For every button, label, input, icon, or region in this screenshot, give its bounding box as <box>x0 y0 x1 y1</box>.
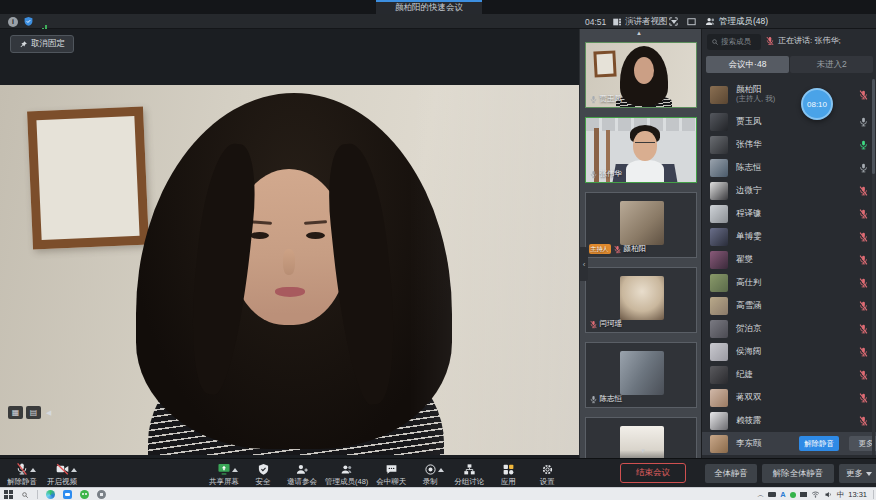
video-thumbnail[interactable]: 闫珂瑶 <box>585 267 697 333</box>
mic-icon <box>858 300 869 311</box>
toolbar-label: 开启视频 <box>47 477 77 487</box>
end-meeting-button[interactable]: 结束会议 <box>620 463 686 483</box>
start-button[interactable] <box>4 490 13 499</box>
mic-icon <box>858 116 869 127</box>
video-thumbnail[interactable]: 主持人颜柏阳 <box>585 192 697 258</box>
meeting-app-icon[interactable] <box>63 490 72 499</box>
toolbar-camera-off-button[interactable]: 开启视频 <box>46 460 78 487</box>
toolbar-shield-button[interactable]: 安全 <box>247 460 279 487</box>
mute-all-button[interactable]: 全体静音 <box>705 464 757 483</box>
member-row[interactable]: 颜柏阳(主持人, 我) <box>702 79 876 110</box>
chat-app-icon[interactable] <box>80 490 89 499</box>
toolbar-label: 设置 <box>540 477 555 487</box>
video-thumbnail[interactable]: 张伟华 <box>585 117 697 183</box>
tray-green-icon[interactable] <box>790 492 796 498</box>
layout-grid-icon[interactable]: ▦ <box>8 406 23 419</box>
member-row[interactable]: 侯海阔 <box>702 340 876 363</box>
member-row[interactable]: 贾玉凤 <box>702 110 876 133</box>
mic-icon <box>858 323 869 334</box>
layout-icon[interactable]: ▤ <box>26 406 41 419</box>
member-row[interactable]: 程译镰 <box>702 202 876 225</box>
member-row[interactable]: 高雪涵 <box>702 294 876 317</box>
thumbnail-strip: ▲ ▼ ‹ 贾玉凤张伟华主持人颜柏阳闫珂瑶陈志恒边微宁 <box>579 29 701 458</box>
member-name: 赖筱露 <box>736 416 762 426</box>
more-button[interactable]: 更多 <box>839 464 876 483</box>
bottom-toolbar: 解除静音开启视频 共享屏幕安全邀请参会管理成员(48)会中聊天录制分组讨论应用设… <box>0 458 876 487</box>
member-row[interactable]: 蒋双双 <box>702 386 876 409</box>
member-row[interactable]: 贺泊京 <box>702 317 876 340</box>
pinned-video[interactable]: ▦ ▤ ◀ <box>0 85 579 455</box>
toolbar-invite-button[interactable]: 邀请参会 <box>286 460 318 487</box>
tray-expand-icon[interactable]: ︿ <box>757 490 764 500</box>
scroll-up-icon[interactable]: ▲ <box>636 30 642 36</box>
tray-dark-icon[interactable] <box>800 492 807 497</box>
member-name: 侯海阔 <box>736 347 762 357</box>
unpin-button[interactable]: 取消固定 <box>10 35 74 53</box>
chevron-up-icon[interactable] <box>30 468 36 472</box>
toolbar-settings-button[interactable]: 设置 <box>531 460 563 487</box>
member-row[interactable]: 赖筱露 <box>702 409 876 432</box>
chevron-down-icon <box>866 472 872 476</box>
security-shield-icon[interactable] <box>23 16 34 27</box>
mic-icon <box>858 254 869 265</box>
member-row[interactable]: 高仕判 <box>702 271 876 294</box>
panel-tab-1[interactable]: 未进入2 <box>790 56 873 73</box>
window-mode-button[interactable] <box>686 16 697 27</box>
search-input[interactable]: 搜索成员 <box>707 34 761 50</box>
member-name: 单博雯 <box>736 232 762 242</box>
scroll-down-icon[interactable]: ▼ <box>640 448 646 454</box>
manage-members-header[interactable]: 管理成员(48) <box>705 15 768 28</box>
member-row[interactable]: 纪婕 <box>702 363 876 386</box>
toolbar-screen-share-button[interactable]: 共享屏幕 <box>208 460 240 487</box>
collapse-strip-handle[interactable]: ‹ <box>580 247 588 281</box>
member-row[interactable]: 边微宁 <box>702 179 876 202</box>
chevron-up-icon[interactable] <box>71 468 77 472</box>
toolbar-members-button[interactable]: 管理成员(48) <box>325 460 368 487</box>
taskbar-clock[interactable]: 13:31 <box>848 490 867 499</box>
toolbar-label: 解除静音 <box>7 477 37 487</box>
member-row[interactable]: 翟燮 <box>702 248 876 271</box>
floating-timer-bubble[interactable]: 08:10 <box>801 88 833 120</box>
record-icon <box>424 461 437 476</box>
speaker-icon[interactable] <box>824 490 833 499</box>
unmute-all-button[interactable]: 解除全体静音 <box>762 464 834 483</box>
chevron-up-icon[interactable] <box>438 468 444 472</box>
prev-page-arrow-icon[interactable]: ◀ <box>46 409 51 417</box>
toolbar-record-button[interactable]: 录制 <box>414 460 446 487</box>
tray-app-a-icon[interactable]: A <box>780 490 785 499</box>
taskbar-search-icon[interactable] <box>21 491 29 499</box>
view-mode-button[interactable]: 演讲者视图 <box>612 15 677 28</box>
host-badge: 主持人 <box>589 244 611 254</box>
meeting-timer: 04:51 <box>585 17 606 27</box>
panel-tab-0[interactable]: 会议中·48 <box>706 56 789 73</box>
ime-indicator[interactable]: 中 <box>837 490 845 500</box>
show-desktop-button[interactable] <box>873 490 874 499</box>
toolbar-chat-button[interactable]: 会中聊天 <box>375 460 407 487</box>
mic-icon <box>858 415 869 426</box>
breakout-icon <box>463 461 476 476</box>
member-row[interactable]: 张伟华 <box>702 133 876 156</box>
video-overlay-controls[interactable]: ▦ ▤ ◀ <box>8 406 51 419</box>
network-signal-icon[interactable] <box>39 17 48 27</box>
settings-app-icon[interactable] <box>97 490 106 499</box>
video-thumbnail[interactable]: 贾玉凤 <box>585 42 697 108</box>
toolbar-breakout-button[interactable]: 分组讨论 <box>453 460 485 487</box>
toolbar-apps-button[interactable]: 应用 <box>492 460 524 487</box>
wifi-icon[interactable] <box>811 490 820 499</box>
battery-icon[interactable] <box>768 492 776 497</box>
mic-icon <box>589 95 598 104</box>
browser-app-icon[interactable] <box>46 490 55 499</box>
thumbnail-label: 主持人颜柏阳 <box>589 244 647 254</box>
chevron-up-icon[interactable] <box>232 468 238 472</box>
member-row[interactable]: 陈志恒 <box>702 156 876 179</box>
meeting-app-window: 颜柏阳的快速会议 i 04:51 演讲者视图 管理成员(48) 取消固定 <box>0 0 876 500</box>
member-row[interactable]: 单博雯 <box>702 225 876 248</box>
scrollbar[interactable] <box>872 79 875 455</box>
member-avatar <box>710 182 728 200</box>
video-thumbnail[interactable]: 陈志恒 <box>585 342 697 408</box>
toolbar-mic-muted-button[interactable]: 解除静音 <box>6 460 38 487</box>
row-unmute-button[interactable]: 解除静音 <box>799 436 839 451</box>
member-row[interactable]: 李东颐解除静音更多 <box>702 432 876 455</box>
meeting-info-icon[interactable]: i <box>8 17 18 27</box>
fullscreen-button[interactable] <box>668 16 679 27</box>
